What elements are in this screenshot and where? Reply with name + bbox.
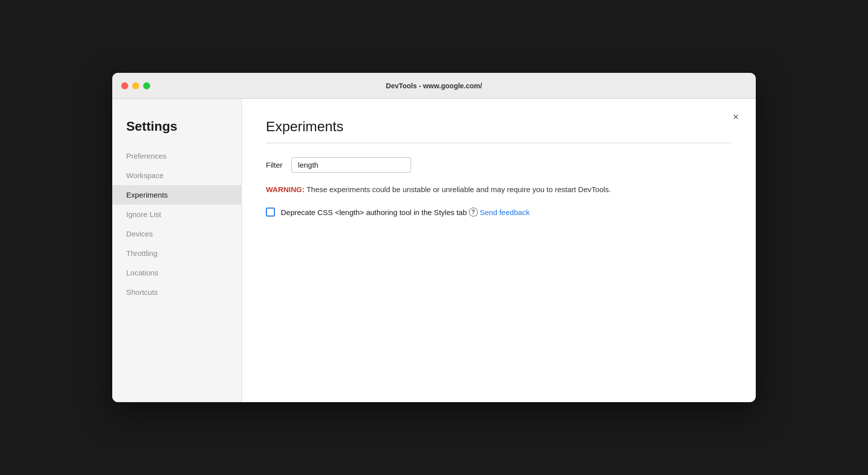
experiment-checkbox[interactable] — [266, 208, 275, 217]
warning-text: WARNING: These experiments could be unst… — [266, 184, 732, 196]
experiment-row: Deprecate CSS <length> authoring tool in… — [266, 208, 732, 217]
section-divider — [266, 143, 732, 143]
help-icon[interactable]: ? — [469, 208, 478, 217]
maximize-traffic-light[interactable] — [143, 82, 150, 89]
traffic-lights — [121, 82, 150, 89]
send-feedback-link[interactable]: Send feedback — [480, 208, 530, 217]
titlebar: DevTools - www.google.com/ — [112, 73, 756, 99]
window-title: DevTools - www.google.com/ — [386, 82, 482, 90]
sidebar-heading: Settings — [112, 119, 241, 146]
window-body: Settings Preferences Workspace Experimen… — [112, 99, 756, 402]
filter-row: Filter — [266, 157, 732, 173]
main-content: × Experiments Filter WARNING: These expe… — [242, 99, 756, 402]
filter-input[interactable] — [291, 157, 411, 173]
warning-body: These experiments could be unstable or u… — [305, 185, 611, 194]
sidebar: Settings Preferences Workspace Experimen… — [112, 99, 242, 402]
close-traffic-light[interactable] — [121, 82, 128, 89]
page-title: Experiments — [266, 119, 732, 135]
warning-label: WARNING: — [266, 185, 305, 194]
close-button[interactable]: × — [728, 109, 744, 125]
filter-label: Filter — [266, 161, 282, 169]
sidebar-item-preferences[interactable]: Preferences — [112, 146, 241, 166]
sidebar-item-throttling[interactable]: Throttling — [112, 243, 241, 263]
sidebar-item-locations[interactable]: Locations — [112, 263, 241, 282]
sidebar-item-devices[interactable]: Devices — [112, 224, 241, 243]
sidebar-item-ignore-list[interactable]: Ignore List — [112, 205, 241, 224]
sidebar-item-shortcuts[interactable]: Shortcuts — [112, 282, 241, 302]
devtools-window: DevTools - www.google.com/ Settings Pref… — [112, 73, 756, 402]
sidebar-item-experiments[interactable]: Experiments — [112, 185, 241, 205]
sidebar-item-workspace[interactable]: Workspace — [112, 166, 241, 185]
experiment-label: Deprecate CSS <length> authoring tool in… — [281, 208, 467, 217]
experiment-row-inner: Deprecate CSS <length> authoring tool in… — [281, 208, 530, 217]
minimize-traffic-light[interactable] — [132, 82, 139, 89]
